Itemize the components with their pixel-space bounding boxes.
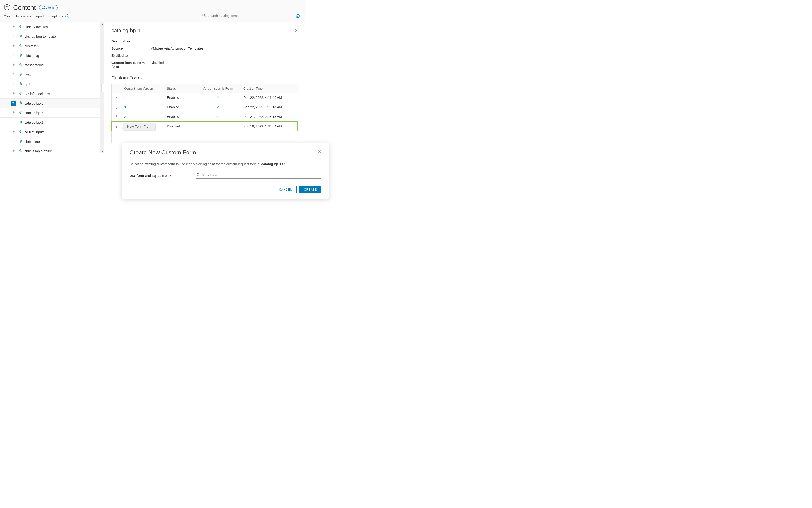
scroll-up-icon[interactable]: ▲ — [100, 22, 104, 26]
list-item[interactable]: ⋮bp1 — [0, 80, 100, 89]
blueprint-icon — [17, 72, 24, 77]
item-count-badge: 101 items — [39, 5, 58, 10]
tooltip-new-form[interactable]: New Form From — [121, 124, 164, 129]
search-box[interactable] — [202, 13, 293, 19]
expand-toggle-icon[interactable] — [11, 120, 16, 125]
list-item-label: akshay-aws-test — [25, 25, 49, 29]
row-actions-icon[interactable]: ⋮ — [3, 73, 9, 77]
expand-toggle-icon[interactable] — [11, 34, 16, 39]
list-item[interactable]: ⋮atest-catalog — [0, 60, 100, 70]
row-actions-icon[interactable]: ⋮ — [112, 113, 121, 121]
scroll-down-icon[interactable]: ▼ — [100, 150, 104, 153]
row-actions-icon[interactable]: ⋮ — [112, 103, 121, 112]
row-actions-icon[interactable]: ⋮ — [3, 25, 9, 29]
cell-vspec — [195, 124, 240, 129]
source-value: VMware Aria Automation Templates — [151, 47, 203, 50]
cell-version[interactable]: 2 — [121, 113, 164, 121]
row-actions-icon[interactable]: ⋮ — [3, 63, 9, 67]
expand-toggle-icon[interactable] — [11, 82, 16, 87]
description-label: Description — [111, 39, 151, 43]
row-actions-icon[interactable]: ⋮ — [3, 82, 9, 86]
blueprint-icon — [17, 91, 24, 96]
list-item[interactable]: ⋮catalog-bp-2 — [0, 108, 100, 118]
blueprint-icon — [17, 43, 24, 48]
th-version[interactable]: Content Item Version — [121, 84, 164, 93]
expand-toggle-icon[interactable] — [11, 139, 16, 144]
list-item[interactable]: ⋮akshay-bug-template — [0, 32, 100, 41]
list-item[interactable]: ⋮akshay-aws-test — [0, 22, 100, 32]
blueprint-icon — [17, 24, 24, 29]
list-item[interactable]: ⋮aws-bp — [0, 70, 100, 80]
list-item[interactable]: ⋮aktestbug — [0, 51, 100, 60]
cell-time: Dec 21, 2022, 2:28:13 AM — [240, 113, 298, 121]
row-actions-icon[interactable]: ⋮ — [3, 140, 9, 143]
modal-close-icon[interactable]: ✕ — [318, 149, 321, 155]
blueprint-icon — [17, 149, 24, 153]
refresh-icon[interactable] — [296, 14, 300, 19]
expand-toggle-icon[interactable] — [11, 24, 16, 30]
check-icon — [216, 105, 220, 109]
cell-time: Dec 22, 2022, 4:16:49 AM — [240, 93, 298, 102]
expand-toggle-icon[interactable] — [11, 149, 16, 154]
row-actions-icon[interactable]: ⋮ — [3, 149, 9, 153]
list-item-label: catalog-bp-2 — [25, 111, 43, 115]
blueprint-icon — [17, 53, 24, 58]
table-footer — [112, 131, 298, 142]
row-actions-icon[interactable]: ⋮ — [3, 35, 9, 38]
list-item[interactable]: ⋮aks-test-2 — [0, 41, 100, 51]
list-item[interactable]: ⋮catalog-bp-1 — [0, 98, 100, 108]
expand-toggle-icon[interactable] — [11, 53, 16, 58]
list-item-label: chris-simple — [25, 140, 42, 143]
list-item[interactable]: ⋮BP-infomediaries — [0, 89, 100, 98]
page-subtitle: Content lists all your imported template… — [4, 14, 69, 18]
blueprint-icon — [17, 120, 24, 125]
list-item[interactable]: ⋮chris-simple — [0, 137, 100, 146]
custom-forms-table: Content Item Version Status Version-spec… — [111, 84, 298, 143]
blueprint-icon — [17, 129, 24, 134]
expand-toggle-icon[interactable] — [11, 91, 16, 96]
row-actions-icon[interactable]: ⋮ — [3, 44, 9, 48]
row-actions-icon[interactable]: ⋮ — [3, 130, 9, 134]
list-item[interactable]: ⋮catalog-bp-2 — [0, 118, 100, 127]
blueprint-icon — [17, 62, 24, 68]
th-status[interactable]: Status — [164, 84, 195, 93]
list-item[interactable]: ⋮chris-simple-azure — [0, 146, 100, 153]
expand-toggle-icon[interactable] — [11, 72, 16, 77]
expand-toggle-icon[interactable] — [11, 129, 16, 135]
collapse-handle-icon[interactable]: ‹ — [101, 84, 104, 92]
row-actions-icon[interactable]: ⋮ — [3, 92, 9, 96]
table-row: ⋮2EnabledDec 21, 2022, 2:28:13 AM — [112, 112, 298, 122]
expand-toggle-icon[interactable] — [11, 110, 16, 116]
list-item-label: BP-infomediaries — [25, 92, 50, 96]
row-actions-icon[interactable]: ⋮ — [112, 93, 121, 102]
close-icon[interactable]: ✕ — [294, 28, 298, 33]
search-icon — [202, 13, 206, 18]
th-creation-time[interactable]: Creation Time — [240, 84, 298, 93]
table-row: ⋮4EnabledDec 22, 2022, 4:16:49 AM — [112, 93, 298, 102]
check-icon — [216, 96, 220, 100]
custom-forms-title: Custom Forms — [111, 75, 298, 81]
list-item[interactable]: ⋮cc-test-inputs — [0, 127, 100, 137]
page-header: Content 101 items Content lists all your… — [0, 0, 305, 22]
list-item-label: cc-test-inputs — [25, 130, 44, 134]
row-actions-icon[interactable]: ⋮ — [3, 111, 9, 115]
row-actions-icon[interactable]: ⋮ — [112, 122, 121, 131]
expand-toggle-icon[interactable] — [11, 62, 16, 68]
blueprint-icon — [17, 101, 24, 106]
detail-pane: catalog-bp-1 ✕ Description SourceVMware … — [104, 22, 305, 153]
expand-toggle-icon[interactable] — [11, 43, 16, 49]
cell-version[interactable]: 4 — [121, 93, 164, 102]
cell-status: Enabled — [164, 93, 195, 102]
info-icon[interactable]: i — [65, 14, 69, 18]
row-actions-icon[interactable]: ⋮ — [3, 54, 9, 57]
list-item-label: aws-bp — [25, 73, 35, 77]
expand-toggle-icon[interactable] — [11, 101, 16, 106]
row-actions-icon[interactable]: ⋮ — [3, 101, 9, 105]
row-actions-icon[interactable]: ⋮ — [3, 121, 9, 124]
content-list[interactable]: ⋮akshay-aws-test⋮akshay-bug-template⋮aks… — [0, 22, 100, 153]
detail-title: catalog-bp-1 — [111, 28, 141, 34]
th-version-specific[interactable]: Version-specific Form — [195, 84, 240, 93]
cell-version[interactable]: 3 — [121, 103, 164, 112]
cell-status: Enabled — [164, 113, 195, 121]
search-input[interactable] — [207, 14, 293, 18]
